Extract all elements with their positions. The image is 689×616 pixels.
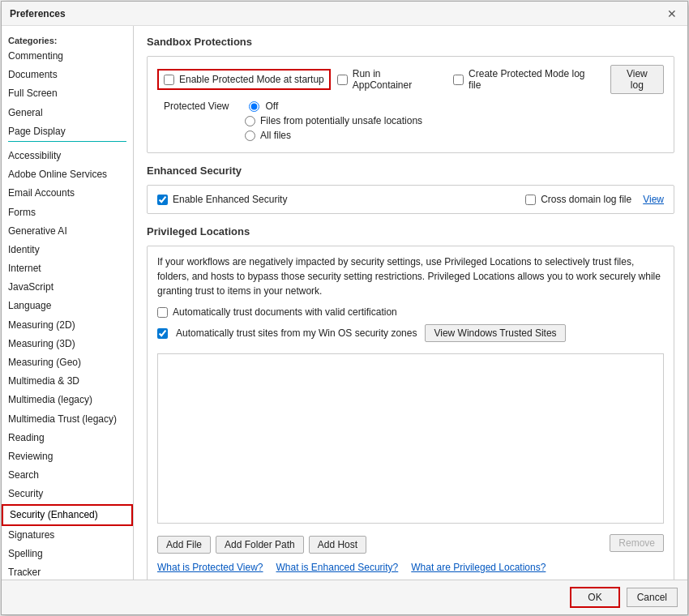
create-log-checkbox[interactable] <box>453 75 464 85</box>
enable-enhanced-security-row: Enable Enhanced Security <box>157 194 287 205</box>
view-log-button[interactable]: View log <box>610 65 664 94</box>
privileged-locations-box: If your workflows are negatively impacte… <box>147 246 674 580</box>
sidebar-item-multimedialegacy[interactable]: Multimedia (legacy) <box>2 391 133 409</box>
sidebar-item-measuringgeo[interactable]: Measuring (Geo) <box>2 353 133 372</box>
enhanced-security-title: Enhanced Security <box>147 165 674 177</box>
enable-protected-mode-row: Enable Protected Mode at startup <box>157 69 331 90</box>
auto-trust-cert-checkbox[interactable] <box>157 307 168 318</box>
ok-button[interactable]: OK <box>570 587 619 608</box>
sidebar-item-internet[interactable]: Internet <box>2 259 133 278</box>
sandbox-header-right: Run in AppContainer Create Protected Mod… <box>337 65 664 94</box>
cross-domain-label: Cross domain log file <box>541 194 631 205</box>
auto-trust-cert-row: Automatically trust documents with valid… <box>157 306 664 318</box>
protected-view-section: Protected View Off Files from potentiall… <box>157 101 664 141</box>
sidebar-item-commenting[interactable]: Commenting <box>2 47 133 66</box>
protected-view-allfiles-row: All files <box>245 130 664 141</box>
sidebar-item-signatures[interactable]: Signatures <box>2 526 133 545</box>
enable-protected-mode-checkbox[interactable] <box>164 75 174 85</box>
privileged-description: If your workflows are negatively impacte… <box>157 255 664 298</box>
sidebar-item-spelling[interactable]: Spelling <box>2 545 133 563</box>
sidebar-item-emailaccounts[interactable]: Email Accounts <box>2 184 133 203</box>
dialog-title: Preferences <box>10 8 66 19</box>
dialog-footer: OK Cancel <box>2 580 687 614</box>
what-is-protected-view-link[interactable]: What is Protected View? <box>157 562 263 573</box>
auto-trust-sites-label: Automatically trust sites from my Win OS… <box>176 327 417 339</box>
enable-enhanced-security-label: Enable Enhanced Security <box>173 194 287 205</box>
sidebar-item-security[interactable]: Security <box>2 485 133 503</box>
protected-view-allfiles-label: All files <box>260 130 291 141</box>
what-are-privileged-locations-link[interactable]: What are Privileged Locations? <box>411 562 546 573</box>
cross-domain-checkbox[interactable] <box>525 195 536 205</box>
sidebar-item-security-enhanced[interactable]: Security (Enhanced) <box>2 504 133 526</box>
help-links-row: What is Protected View? What is Enhanced… <box>157 562 664 573</box>
create-log-label: Create Protected Mode log file <box>469 68 597 91</box>
sidebar-item-multitrustlegacy[interactable]: Multimedia Trust (legacy) <box>2 410 133 429</box>
action-buttons-row: Add File Add Folder Path Add Host Remove <box>157 533 664 554</box>
protected-view-unsafe-radio[interactable] <box>245 116 255 126</box>
protected-view-off-label: Off <box>266 101 279 112</box>
view-crossdomain-button[interactable]: View <box>643 194 664 205</box>
sidebar-item-reading[interactable]: Reading <box>2 429 133 447</box>
sidebar-item-multimedia3d[interactable]: Multimedia & 3D <box>2 372 133 391</box>
auto-trust-cert-label: Automatically trust documents with valid… <box>173 306 397 318</box>
remove-button[interactable]: Remove <box>610 534 664 552</box>
what-is-enhanced-security-link[interactable]: What is Enhanced Security? <box>276 562 399 573</box>
run-appcontainer-row: Run in AppContainer <box>337 68 440 91</box>
add-folder-button[interactable]: Add Folder Path <box>216 536 304 554</box>
sidebar-item-pagedisplay[interactable]: Page Display <box>2 122 133 141</box>
sidebar: Categories: Commenting Documents Full Sc… <box>2 26 134 580</box>
preferences-dialog: Preferences ✕ Categories: Commenting Doc… <box>1 1 688 615</box>
protected-view-row: Protected View Off <box>164 101 664 112</box>
view-trusted-sites-button[interactable]: View Windows Trusted Sites <box>425 324 565 342</box>
title-bar: Preferences ✕ <box>2 2 687 26</box>
protected-view-label: Protected View <box>164 101 229 112</box>
sidebar-item-general[interactable]: General <box>2 104 133 122</box>
protected-view-files-row: Files from potentially unsafe locations <box>245 115 664 126</box>
sidebar-item-forms[interactable]: Forms <box>2 203 133 222</box>
sidebar-item-generativeai[interactable]: Generative AI <box>2 222 133 241</box>
protected-view-unsafe-label: Files from potentially unsafe locations <box>260 115 422 126</box>
sidebar-item-measuring3d[interactable]: Measuring (3D) <box>2 335 133 353</box>
sidebar-item-accessibility[interactable]: Accessibility <box>2 147 133 165</box>
sandbox-section-title: Sandbox Protections <box>147 36 674 48</box>
sidebar-item-measuring2d[interactable]: Measuring (2D) <box>2 316 133 335</box>
sidebar-item-search[interactable]: Search <box>2 466 133 485</box>
protected-view-allfiles-radio[interactable] <box>245 130 255 141</box>
auto-trust-sites-row: Automatically trust sites from my Win OS… <box>157 324 664 342</box>
add-buttons-group: Add File Add Folder Path Add Host <box>157 536 366 554</box>
main-content: Sandbox Protections Enable Protected Mod… <box>134 26 687 580</box>
close-button[interactable]: ✕ <box>665 6 679 21</box>
sidebar-item-tracker[interactable]: Tracker <box>2 563 133 580</box>
add-host-button[interactable]: Add Host <box>309 536 366 554</box>
enable-protected-mode-label: Enable Protected Mode at startup <box>179 74 324 85</box>
categories-label: Categories: <box>2 32 133 47</box>
run-appcontainer-label: Run in AppContainer <box>353 68 440 91</box>
sidebar-item-adobeonline[interactable]: Adobe Online Services <box>2 165 133 184</box>
sandbox-section-box: Enable Protected Mode at startup Run in … <box>147 56 674 153</box>
auto-trust-sites-checkbox[interactable] <box>157 328 168 339</box>
dialog-body: Categories: Commenting Documents Full Sc… <box>2 26 687 580</box>
run-appcontainer-checkbox[interactable] <box>337 75 348 85</box>
protected-view-off-radio[interactable] <box>249 101 259 112</box>
enhanced-security-box: Enable Enhanced Security Cross domain lo… <box>147 185 674 214</box>
cross-domain-row: Cross domain log file View <box>525 194 664 205</box>
sidebar-item-documents[interactable]: Documents <box>2 66 133 84</box>
privileged-locations-title: Privileged Locations <box>147 225 674 237</box>
privileged-locations-textarea[interactable] <box>157 353 664 524</box>
sidebar-item-language[interactable]: Language <box>2 297 133 315</box>
sidebar-item-reviewing[interactable]: Reviewing <box>2 447 133 466</box>
cancel-button[interactable]: Cancel <box>627 588 678 607</box>
sidebar-item-fullscreen[interactable]: Full Screen <box>2 84 133 103</box>
create-log-row: Create Protected Mode log file <box>453 68 597 91</box>
enhanced-security-row: Enable Enhanced Security Cross domain lo… <box>157 194 664 205</box>
sandbox-header-row: Enable Protected Mode at startup Run in … <box>157 65 664 94</box>
add-file-button[interactable]: Add File <box>157 536 211 554</box>
sidebar-item-javascript[interactable]: JavaScript <box>2 278 133 297</box>
sidebar-item-identity[interactable]: Identity <box>2 241 133 259</box>
enable-enhanced-security-checkbox[interactable] <box>157 195 168 205</box>
